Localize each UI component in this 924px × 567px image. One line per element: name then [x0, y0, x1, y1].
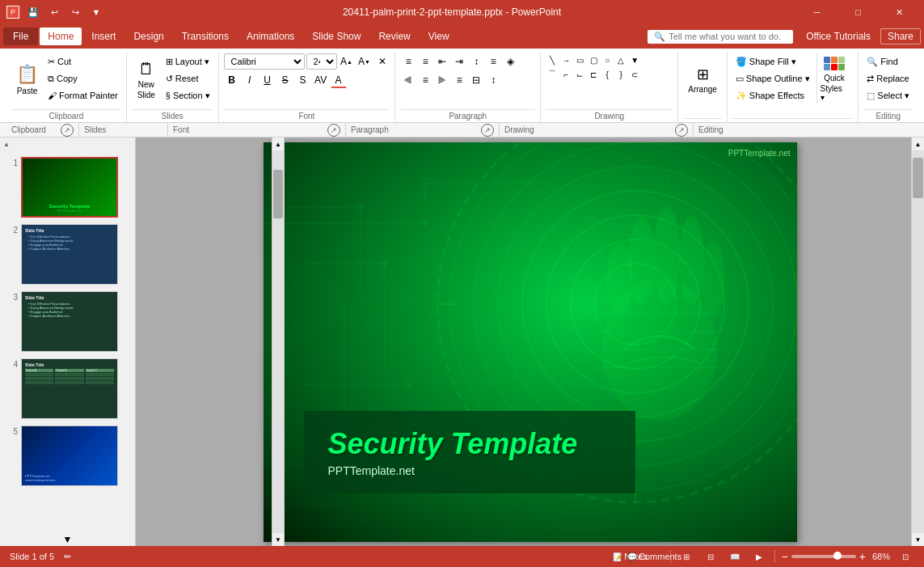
- slide-item-5[interactable]: 5 PPTTemplate.net www.heritagechristia..…: [0, 422, 135, 489]
- file-menu[interactable]: File: [3, 28, 38, 45]
- section-button[interactable]: § Section ▾: [162, 87, 213, 104]
- underline-button[interactable]: U: [259, 72, 276, 88]
- slide-item-1[interactable]: 1 Security Template PPTTemplate.net: [0, 154, 135, 221]
- shape2-6[interactable]: }: [614, 68, 627, 81]
- arrow-shape[interactable]: →: [559, 53, 572, 66]
- shape2-4[interactable]: ⊏: [587, 68, 600, 81]
- shape2-7[interactable]: ⊂: [628, 68, 641, 81]
- fit-slide-button[interactable]: ⊡: [897, 548, 914, 565]
- design-menu[interactable]: Design: [125, 28, 171, 45]
- review-menu[interactable]: Review: [370, 28, 418, 45]
- align-center-button[interactable]: ≡: [417, 72, 433, 88]
- zoom-in-button[interactable]: +: [859, 550, 866, 563]
- scroll-thumb-left[interactable]: [273, 170, 283, 218]
- right-scroll-thumb[interactable]: [913, 158, 923, 198]
- font-color-button[interactable]: A: [331, 72, 347, 88]
- zoom-thumb[interactable]: [833, 552, 842, 560]
- save-button[interactable]: 💾: [24, 3, 42, 21]
- text-direction-button[interactable]: ↕: [468, 53, 484, 70]
- slide-item-2[interactable]: 2 Slide Title • Use Effective Presentati…: [0, 221, 135, 288]
- shape-effects-button[interactable]: ✨ Shape Effects: [732, 87, 813, 104]
- slides-label-bar[interactable]: Slides: [79, 123, 168, 137]
- tell-me-search[interactable]: 🔍: [648, 30, 793, 44]
- view-menu[interactable]: View: [420, 28, 458, 45]
- layout-button[interactable]: ⊞ Layout ▾: [162, 53, 213, 70]
- spacing-button[interactable]: AV: [313, 72, 329, 88]
- transitions-menu[interactable]: Transitions: [174, 28, 237, 45]
- find-button[interactable]: 🔍 Find: [863, 53, 913, 70]
- rounded-rect-shape[interactable]: ▢: [587, 53, 600, 66]
- slide-item-3[interactable]: 3 Slide Title • Use Effective Presentati…: [0, 288, 135, 355]
- shape-fill-button[interactable]: 🪣 Shape Fill ▾: [732, 53, 813, 70]
- slide-title-box[interactable]: Security Template PPTTemplate.net: [304, 411, 635, 493]
- share-button[interactable]: Share: [880, 28, 921, 44]
- zoom-track[interactable]: [791, 555, 856, 558]
- copy-button[interactable]: ⧉ Copy: [44, 70, 121, 87]
- redo-button[interactable]: ↪: [66, 3, 84, 21]
- shape2-3[interactable]: ⌙: [573, 68, 586, 81]
- align-right-button[interactable]: ⫸: [434, 72, 450, 88]
- right-scroll-down[interactable]: ▼: [915, 533, 922, 546]
- columns-button[interactable]: ⊟: [468, 72, 484, 88]
- search-input[interactable]: [669, 32, 782, 41]
- clear-format-button[interactable]: ✕: [374, 53, 390, 70]
- select-button[interactable]: ⬚ Select ▾: [863, 87, 913, 104]
- align-left-button[interactable]: ⫷: [400, 72, 416, 88]
- drawing-expand-icon[interactable]: ↗: [675, 124, 688, 137]
- office-tutorials-button[interactable]: Office Tutorials: [798, 28, 879, 45]
- numbering-button[interactable]: ≡: [417, 53, 433, 70]
- slide-thumb-1[interactable]: Security Template PPTTemplate.net: [21, 157, 118, 218]
- replace-button[interactable]: ⇄ Replace: [863, 70, 913, 87]
- decrease-indent-button[interactable]: ⇤: [434, 53, 450, 70]
- line-shape[interactable]: ╲: [546, 53, 559, 66]
- paragraph-label-bar[interactable]: Paragraph ↗: [346, 123, 500, 137]
- new-slide-button[interactable]: 🗒 New Slide: [132, 53, 161, 105]
- oval-shape[interactable]: ○: [601, 53, 614, 66]
- more-shapes-btn[interactable]: ▼: [628, 53, 641, 66]
- decrease-font-button[interactable]: A▼: [357, 53, 373, 70]
- convert-smartart-button[interactable]: ◈: [502, 53, 518, 70]
- increase-font-button[interactable]: A▲: [339, 53, 355, 70]
- slide-item-4[interactable]: 4 Slide Title Feature A Fea: [0, 355, 135, 422]
- paragraph-expand-icon[interactable]: ↗: [481, 124, 494, 137]
- minimize-button[interactable]: ─: [799, 0, 835, 24]
- shape2-5[interactable]: {: [601, 68, 614, 81]
- maximize-button[interactable]: □: [840, 0, 876, 24]
- italic-button[interactable]: I: [242, 72, 258, 88]
- reset-button[interactable]: ↺ Reset: [162, 70, 213, 87]
- normal-view-button[interactable]: ⊞: [677, 548, 695, 565]
- right-scroll-up[interactable]: ▲: [915, 138, 922, 150]
- increase-indent-button[interactable]: ⇥: [451, 53, 467, 70]
- paste-button[interactable]: 📋 Paste: [11, 53, 43, 105]
- cut-button[interactable]: ✂ Cut: [44, 53, 121, 70]
- shadow-button[interactable]: S: [295, 72, 311, 88]
- slide-thumb-3[interactable]: Slide Title • Use Effective Presentation…: [21, 291, 118, 352]
- zoom-out-button[interactable]: −: [782, 550, 788, 563]
- line-spacing-button[interactable]: ↕: [485, 72, 501, 88]
- align-text-button[interactable]: ≡: [485, 53, 501, 70]
- customize-quick-access-button[interactable]: ▼: [87, 3, 105, 21]
- rect-shape[interactable]: ▭: [573, 53, 586, 66]
- strikethrough-button[interactable]: S: [277, 72, 293, 88]
- zoom-level[interactable]: 68%: [872, 552, 890, 561]
- shape2-1[interactable]: ⌒: [546, 68, 559, 81]
- panel-scroll-down[interactable]: ▼: [0, 533, 135, 546]
- quick-styles-button[interactable]: Quick Styles ▾: [816, 53, 854, 105]
- arrange-button[interactable]: ⊞ Arrange: [683, 53, 722, 105]
- canvas-scroll-up[interactable]: ▲: [275, 138, 281, 150]
- comments-button[interactable]: 💬 Comments: [646, 548, 664, 565]
- canvas-scroll-down[interactable]: ▼: [275, 533, 281, 546]
- close-button[interactable]: ✕: [881, 0, 918, 24]
- slideshow-menu[interactable]: Slide Show: [304, 28, 369, 45]
- clipboard-expand-icon[interactable]: ↗: [61, 124, 74, 137]
- slide-thumb-5[interactable]: PPTTemplate.net www.heritagechristia...: [21, 425, 118, 486]
- justify-button[interactable]: ≡: [451, 72, 467, 88]
- triangle-shape[interactable]: △: [614, 53, 627, 66]
- slide-thumb-2[interactable]: Slide Title • Use Effective Presentation…: [21, 224, 118, 285]
- panel-scroll-up[interactable]: ▲: [0, 138, 13, 150]
- font-label-bar[interactable]: Font ↗: [168, 123, 346, 137]
- undo-button[interactable]: ↩: [45, 3, 63, 21]
- font-family-select[interactable]: Calibri: [224, 53, 305, 70]
- slide-thumb-4[interactable]: Slide Title Feature A Feature B: [21, 358, 118, 419]
- bullets-button[interactable]: ≡: [400, 53, 416, 70]
